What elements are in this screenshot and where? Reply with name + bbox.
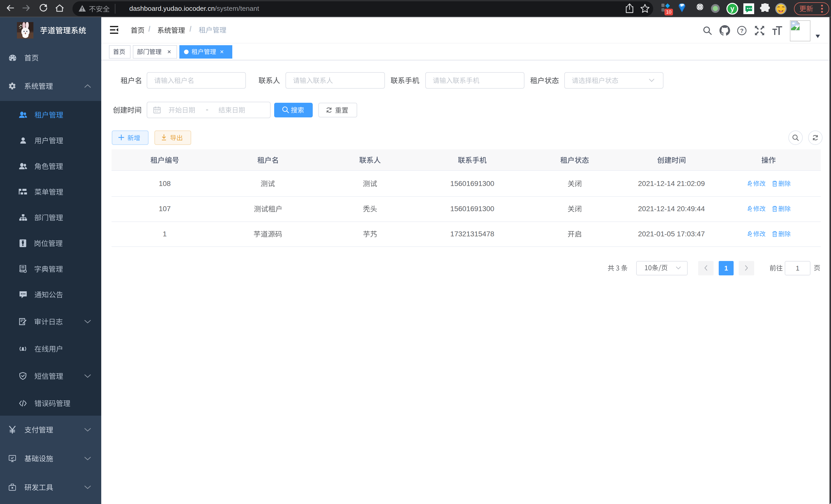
- svg-text:y: y: [730, 5, 734, 12]
- svg-text:?: ?: [740, 28, 743, 34]
